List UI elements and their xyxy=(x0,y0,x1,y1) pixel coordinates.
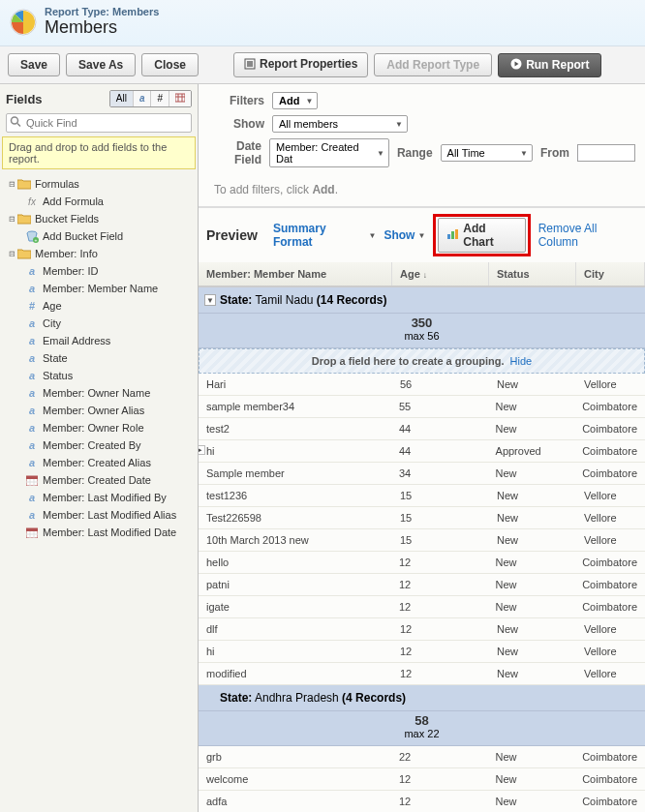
collapse-group-icon[interactable]: ▼ xyxy=(204,294,216,306)
cell-name: hello xyxy=(199,556,391,568)
table-row[interactable]: adfa12NewCoimbatore xyxy=(199,791,645,812)
cell-city: Coimbatore xyxy=(574,579,645,590)
quick-find-input[interactable] xyxy=(6,113,192,133)
field-item[interactable]: aMember: Last Modified Alias xyxy=(4,506,194,524)
field-item[interactable]: aStatus xyxy=(4,367,194,384)
add-report-type-button[interactable]: Add Report Type xyxy=(374,53,492,76)
cell-status: New xyxy=(489,623,576,635)
table-row[interactable]: Test22659815NewVellore xyxy=(199,507,645,529)
table-row[interactable]: hi12NewVellore xyxy=(199,641,645,663)
cell-age: 34 xyxy=(391,467,488,479)
tree-member-info[interactable]: ⊟Member: Info xyxy=(4,245,194,262)
table-row[interactable]: welcome12NewCoimbatore xyxy=(199,768,645,791)
folder-icon xyxy=(17,177,31,191)
col-city[interactable]: City xyxy=(576,262,645,286)
tree-bucket[interactable]: ⊟Bucket Fields xyxy=(4,210,194,227)
field-item[interactable]: aMember: Last Modified By xyxy=(4,489,194,506)
date-field-select[interactable]: Member: Created Dat▼ xyxy=(269,138,389,167)
drop-grouping-zone[interactable]: Drop a field here to create a grouping.H… xyxy=(199,348,645,374)
table-row[interactable]: grb22NewCoimbatore xyxy=(199,746,645,768)
summary-format-menu[interactable]: Summary Format▼ xyxy=(273,222,376,249)
field-item[interactable]: aMember: Member Name xyxy=(4,280,194,297)
table-row[interactable]: sample member3455NewCoimbatore xyxy=(199,396,645,418)
col-status[interactable]: Status xyxy=(489,262,576,286)
field-item[interactable]: #Age xyxy=(4,297,194,315)
report-properties-button[interactable]: Report Properties xyxy=(233,52,368,77)
cell-city: Vellore xyxy=(576,646,645,657)
field-item[interactable]: aEmail Address xyxy=(4,332,194,349)
cell-city: Coimbatore xyxy=(574,556,645,568)
table-row[interactable]: dlf12NewVellore xyxy=(199,618,645,641)
tab-all[interactable]: All xyxy=(110,91,133,106)
close-button[interactable]: Close xyxy=(141,53,199,76)
row-handle-icon[interactable]: ▸ xyxy=(199,445,205,455)
field-item[interactable]: Member: Last Modified Date xyxy=(4,524,194,541)
svg-rect-25 xyxy=(455,229,458,239)
table-row[interactable]: test244NewCoimbatore xyxy=(199,418,645,440)
field-item[interactable]: aMember: Created Alias xyxy=(4,454,194,471)
cell-age: 15 xyxy=(392,490,489,501)
add-filter-button[interactable]: Add▼ xyxy=(272,92,318,109)
content-area: Filters Add▼ Show All members▼ Date Fiel… xyxy=(199,84,645,812)
table-row[interactable]: igate12NewCoimbatore xyxy=(199,596,645,618)
field-label: Member: ID xyxy=(43,265,98,277)
cell-age: 12 xyxy=(391,556,488,568)
save-as-button[interactable]: Save As xyxy=(66,53,136,76)
header: Report Type: Members Members xyxy=(0,0,645,46)
hide-drop-link[interactable]: Hide xyxy=(510,355,533,367)
group-header[interactable]: State: Andhra Pradesh (4 Records) xyxy=(199,685,645,711)
field-item[interactable]: aMember: Created By xyxy=(4,436,194,454)
tree-add-bucket[interactable]: +Add Bucket Field xyxy=(4,227,194,245)
run-report-button[interactable]: Run Report xyxy=(498,53,601,77)
field-item[interactable]: aMember: Owner Name xyxy=(4,384,194,402)
field-item[interactable]: aMember: Owner Alias xyxy=(4,402,194,419)
tab-hash[interactable]: # xyxy=(150,91,169,106)
tab-a[interactable]: a xyxy=(133,91,151,106)
field-item[interactable]: Member: Created Date xyxy=(4,471,194,489)
field-item[interactable]: aCity xyxy=(4,315,194,332)
tree-formulas[interactable]: ⊟Formulas xyxy=(4,175,194,193)
field-item[interactable]: aState xyxy=(4,349,194,367)
play-icon xyxy=(510,58,522,73)
table-row[interactable]: hello12NewCoimbatore xyxy=(199,552,645,574)
show-menu[interactable]: Show▼ xyxy=(384,228,425,242)
field-label: Status xyxy=(43,370,73,381)
col-age[interactable]: Age ↓ xyxy=(392,262,489,286)
bucket-icon: + xyxy=(25,229,39,243)
range-select[interactable]: All Time▼ xyxy=(441,144,533,162)
table-row[interactable]: Sample member34NewCoimbatore xyxy=(199,463,645,485)
show-select[interactable]: All members▼ xyxy=(272,115,408,133)
cell-city: Vellore xyxy=(576,490,645,501)
table-row[interactable]: Hari56NewVellore xyxy=(199,374,645,396)
cell-city: Coimbatore xyxy=(574,401,645,412)
from-input[interactable] xyxy=(577,144,635,162)
field-item[interactable]: aMember: Owner Role xyxy=(4,419,194,436)
table-row[interactable]: test123615NewVellore xyxy=(199,485,645,507)
table-row[interactable]: ▸hi44ApprovedCoimbatore xyxy=(199,440,645,463)
cell-status: Approved xyxy=(488,445,575,457)
table-row[interactable]: modified12NewVellore xyxy=(199,663,645,685)
group-summary: 58max 22 xyxy=(199,711,645,746)
group-summary: 350max 56 xyxy=(199,314,645,348)
cell-name: igate xyxy=(199,601,391,613)
field-label: State xyxy=(43,352,68,364)
tab-date[interactable] xyxy=(169,91,191,106)
group-header[interactable]: ▼State: Tamil Nadu (14 Records) xyxy=(199,287,645,314)
cell-name: modified xyxy=(199,668,392,679)
svg-line-9 xyxy=(17,124,20,127)
col-member-name[interactable]: Member: Member Name xyxy=(199,262,392,286)
remove-all-columns-link[interactable]: Remove All Column xyxy=(538,222,637,249)
save-button[interactable]: Save xyxy=(8,53,60,76)
add-chart-button[interactable]: Add Chart xyxy=(438,218,525,253)
tree-add-formula[interactable]: fxAdd Formula xyxy=(4,193,194,210)
cell-age: 12 xyxy=(392,623,489,635)
table-row[interactable]: 10th March 2013 new15NewVellore xyxy=(199,529,645,552)
cell-name: patni xyxy=(199,579,391,590)
cell-age: 15 xyxy=(392,512,489,524)
text-field-icon: a xyxy=(25,508,39,522)
field-item[interactable]: aMember: ID xyxy=(4,262,194,280)
drag-drop-hint: Drag and drop to add fields to the repor… xyxy=(2,136,196,169)
cell-city: Coimbatore xyxy=(574,601,645,613)
svg-text:+: + xyxy=(35,237,38,243)
table-row[interactable]: patni12NewCoimbatore xyxy=(199,574,645,596)
